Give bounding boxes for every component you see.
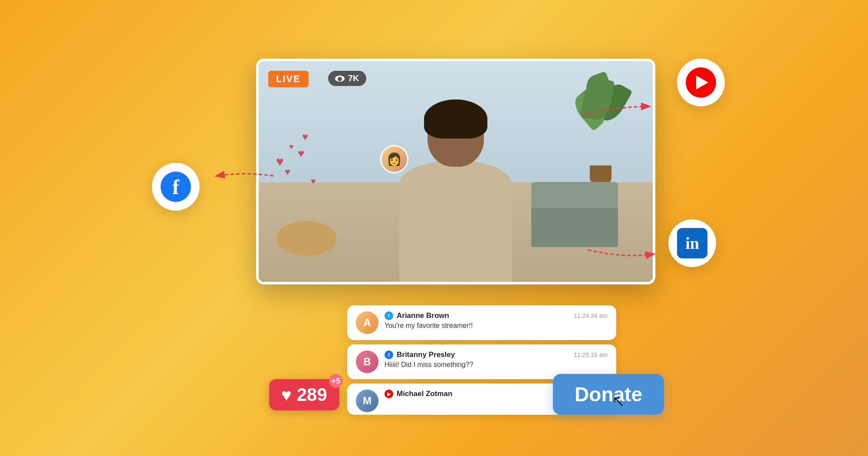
twitter-icon: t	[385, 311, 393, 320]
avatar-britanny: B	[356, 350, 378, 373]
heart-icon: ♥	[311, 176, 316, 186]
facebook-logo: f	[161, 172, 191, 202]
plant-decoration	[575, 74, 627, 183]
message-text-2: Hiiiii! Did I miss something??	[385, 361, 608, 369]
linkedin-social-circle[interactable]: in	[668, 219, 716, 267]
viewers-eye-icon	[335, 76, 345, 82]
streamer-person	[382, 73, 529, 282]
heart-icon: ♥	[298, 147, 304, 160]
facebook-social-circle[interactable]: f	[152, 163, 200, 211]
youtube-platform-icon: ▶	[385, 390, 393, 398]
pip-avatar: 👩	[380, 145, 408, 173]
youtube-logo	[686, 67, 716, 98]
message-header-2: f Britanny Presley 11:25:16 am	[385, 350, 608, 359]
likes-heart-icon: ♥	[281, 385, 292, 405]
table-decoration	[276, 221, 337, 256]
linkedin-logo: in	[677, 228, 707, 258]
likes-increment-badge: +5	[329, 374, 343, 388]
message-content-1: t Arianne Brown 11:24:34 am You're my fa…	[385, 311, 608, 330]
heart-icon: ♥	[285, 166, 290, 178]
heart-icon: ♥	[302, 131, 308, 143]
main-scene: 👩 ♥ ♥ ♥ ♥ ♥ ♥ LIVE 7K ♥ 289 +5	[195, 33, 673, 423]
couch-decoration	[531, 204, 618, 247]
chat-message-1: A t Arianne Brown 11:24:34 am You're my …	[347, 305, 616, 340]
video-background: 👩 ♥ ♥ ♥ ♥ ♥ ♥	[259, 61, 653, 282]
video-player: 👩 ♥ ♥ ♥ ♥ ♥ ♥ LIVE 7K	[256, 59, 655, 284]
message-time-2: 11:25:16 am	[574, 351, 608, 358]
donate-button[interactable]: Donate	[553, 374, 664, 415]
youtube-social-circle[interactable]	[677, 59, 725, 106]
avatar-arianne: A	[356, 311, 378, 334]
likes-counter: ♥ 289 +5	[269, 379, 339, 410]
message-author-2: f Britanny Presley	[385, 350, 455, 359]
message-header-1: t Arianne Brown 11:24:34 am	[385, 311, 608, 320]
viewers-badge: 7K	[328, 71, 366, 86]
message-content-2: f Britanny Presley 11:25:16 am Hiiiii! D…	[385, 350, 608, 369]
message-text-1: You're my favorite streamer!!	[385, 322, 608, 330]
avatar-michael: M	[356, 390, 378, 412]
live-badge: LIVE	[268, 71, 309, 87]
message-time-1: 11:24:34 am	[574, 312, 608, 319]
youtube-play-icon	[696, 76, 708, 89]
message-author-1: t Arianne Brown	[385, 311, 449, 320]
heart-icon: ♥	[276, 154, 284, 169]
message-author-3: ▶ Michael Zotman	[385, 390, 452, 398]
facebook-platform-icon: f	[385, 350, 393, 359]
cursor-pointer: ↖	[612, 392, 625, 410]
heart-icon: ♥	[289, 142, 294, 152]
